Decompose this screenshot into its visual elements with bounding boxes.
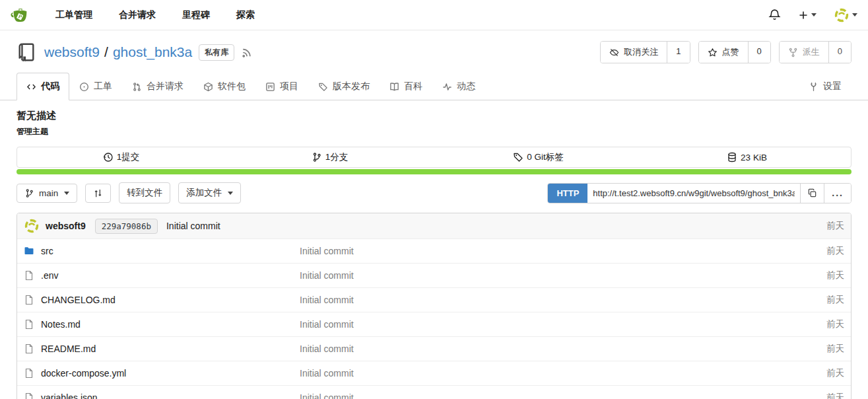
commit-author-name[interactable]: websoft9: [46, 221, 86, 231]
issue-icon: [79, 82, 89, 92]
file-link-notes[interactable]: Notes.md: [24, 319, 300, 330]
navbar-right: [768, 7, 857, 23]
file-commit-message[interactable]: Initial commit: [300, 344, 826, 354]
current-branch-label: main: [39, 188, 58, 198]
unwatch-button[interactable]: 取消关注: [601, 42, 667, 63]
forks-count[interactable]: 0: [828, 42, 851, 63]
compare-branches-button[interactable]: [85, 184, 111, 203]
star-button[interactable]: 点赞: [699, 42, 748, 63]
chevron-down-icon: [64, 192, 69, 195]
stars-count[interactable]: 0: [748, 42, 770, 63]
fork-label: 派生: [803, 46, 820, 58]
stat-commits[interactable]: 1提交: [17, 147, 225, 167]
file-commit-message[interactable]: Initial commit: [300, 270, 826, 281]
package-icon: [203, 82, 213, 92]
file-browser-table: websoft9 229a79086b Initial commit 前天 sr…: [17, 213, 851, 399]
file-commit-message[interactable]: Initial commit: [300, 392, 826, 399]
commit-message-link[interactable]: Initial commit: [166, 221, 220, 231]
book-icon: [389, 82, 399, 92]
project-board-icon: [265, 82, 275, 92]
tab-wiki-label: 百科: [404, 81, 422, 92]
manage-topics-link[interactable]: 管理主题: [17, 126, 851, 137]
star-button-group: 点赞 0: [698, 41, 771, 63]
pull-request-icon: [132, 82, 142, 92]
repo-header: websoft9 / ghost_bnk3a 私有库 取消关注 1 点赞: [0, 30, 868, 70]
nav-item-pull-requests[interactable]: 合并请求: [106, 0, 169, 30]
fork-button[interactable]: 派生: [780, 42, 828, 63]
code-icon: [26, 82, 36, 92]
file-commit-date: 前天: [826, 294, 844, 306]
stat-tags[interactable]: 0 Git标签: [434, 147, 642, 167]
file-link-docker-compose[interactable]: docker-compose.yml: [24, 368, 300, 379]
clone-url-group: HTTP ...: [547, 183, 851, 203]
file-link-env[interactable]: .env: [24, 270, 300, 281]
file-icon: [24, 368, 34, 379]
tab-activity[interactable]: 动态: [432, 73, 485, 100]
clone-url-input[interactable]: [587, 184, 800, 203]
user-avatar-menu[interactable]: [834, 7, 857, 23]
compare-icon: [93, 188, 103, 198]
repo-owner-link[interactable]: websoft9: [44, 44, 100, 60]
add-file-dropdown[interactable]: 添加文件: [178, 182, 241, 203]
table-row: docker-compose.yml Initial commit 前天: [17, 361, 851, 385]
chevron-down-icon: [852, 13, 857, 17]
nav-item-explore[interactable]: 探索: [223, 0, 268, 30]
more-options-button[interactable]: ...: [824, 184, 851, 203]
file-commit-message[interactable]: Initial commit: [300, 319, 826, 330]
file-commit-date: 前天: [826, 245, 844, 257]
tab-pull-requests[interactable]: 合并请求: [122, 73, 193, 100]
file-commit-message[interactable]: Initial commit: [300, 246, 826, 256]
folder-icon: [24, 246, 34, 256]
tab-releases[interactable]: 版本发布: [308, 73, 380, 100]
commit-author-avatar[interactable]: [24, 218, 40, 234]
language-stats-bar[interactable]: [17, 169, 851, 174]
repo-stats-bar: 1提交 1分支 0 Git标签 23 KiB: [17, 147, 851, 168]
file-commit-date: 前天: [826, 318, 844, 330]
database-icon: [727, 152, 737, 163]
star-label: 点赞: [722, 46, 739, 58]
tab-code[interactable]: 代码: [17, 73, 69, 100]
branch-selector-dropdown[interactable]: main: [17, 184, 77, 203]
watchers-count[interactable]: 1: [667, 42, 689, 63]
create-new-dropdown[interactable]: [798, 10, 817, 20]
tab-projects[interactable]: 项目: [255, 73, 308, 100]
goto-file-label: 转到文件: [127, 187, 162, 199]
gitea-logo-icon[interactable]: [11, 5, 30, 25]
fork-button-group: 派生 0: [779, 41, 851, 63]
stat-branches-label: 1分支: [325, 151, 349, 163]
file-link-variables[interactable]: variables.json: [24, 392, 300, 399]
commit-hash-badge[interactable]: 229a79086b: [95, 219, 158, 234]
stat-commits-label: 1提交: [117, 151, 140, 163]
copy-url-button[interactable]: [800, 184, 824, 203]
file-name: Notes.md: [41, 319, 81, 330]
file-name: .env: [41, 270, 58, 281]
file-icon: [24, 344, 34, 354]
file-commit-message[interactable]: Initial commit: [300, 368, 826, 379]
file-link-changelog[interactable]: CHANGELOG.md: [24, 295, 300, 305]
nav-item-milestones[interactable]: 里程碑: [169, 0, 223, 30]
file-link-readme[interactable]: README.md: [24, 344, 300, 354]
file-name: variables.json: [41, 392, 98, 399]
nav-item-issues-dashboard[interactable]: 工单管理: [42, 0, 106, 30]
rss-feed-icon[interactable]: [241, 47, 252, 58]
goto-file-button[interactable]: 转到文件: [119, 182, 170, 203]
watch-button-group: 取消关注 1: [600, 41, 690, 63]
tab-issues[interactable]: 工单: [69, 73, 122, 100]
table-row: README.md Initial commit 前天: [17, 336, 851, 361]
table-row: src Initial commit 前天: [17, 238, 851, 263]
user-avatar: [834, 7, 850, 23]
tab-settings[interactable]: 设置: [799, 73, 851, 100]
file-icon: [24, 319, 34, 330]
file-link-src[interactable]: src: [24, 246, 300, 256]
tab-packages[interactable]: 软件包: [193, 73, 255, 100]
stat-branches[interactable]: 1分支: [225, 147, 434, 167]
plus-icon: [798, 10, 809, 20]
clone-http-button[interactable]: HTTP: [548, 184, 587, 203]
file-commit-message[interactable]: Initial commit: [300, 295, 826, 305]
latest-commit-row: websoft9 229a79086b Initial commit 前天: [17, 213, 851, 238]
tab-wiki[interactable]: 百科: [380, 73, 432, 100]
stat-tags-label: 0 Git标签: [527, 151, 564, 163]
repo-name-link[interactable]: ghost_bnk3a: [113, 44, 192, 60]
notifications-bell-icon[interactable]: [768, 9, 781, 21]
eye-slash-icon: [609, 48, 619, 57]
